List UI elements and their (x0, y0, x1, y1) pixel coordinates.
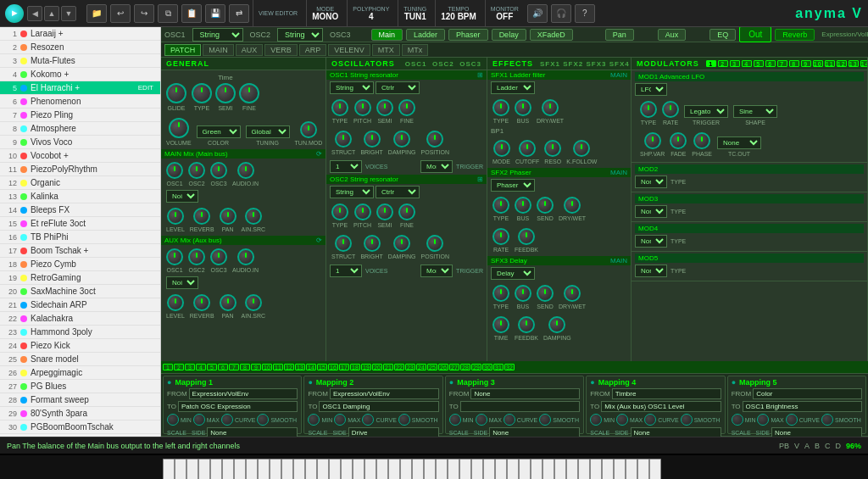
note-tick-12[interactable]: 12 (284, 364, 294, 370)
note-tick-16[interactable]: 16 (328, 364, 338, 370)
piano-white-key[interactable] (258, 459, 270, 479)
mapping-side-input[interactable] (489, 427, 580, 437)
mod1-tcout-select[interactable]: None (717, 136, 761, 149)
semi-knob[interactable] (215, 83, 236, 103)
note-tick-14[interactable]: 14 (306, 364, 316, 370)
piano-white-key[interactable] (400, 459, 412, 479)
sfx3-send-knob[interactable] (537, 285, 554, 302)
sfx1-type-dd[interactable]: Ladder (491, 81, 535, 94)
sfx3-time-knob[interactable] (492, 316, 509, 333)
sfx1-drywet-knob[interactable] (542, 99, 559, 116)
osc2-expand[interactable]: ⊞ (477, 175, 483, 183)
piano-white-key[interactable] (531, 459, 542, 479)
note-tick-5[interactable]: 5 (207, 364, 217, 370)
sfx3-type-dd[interactable]: Delay (491, 267, 535, 280)
patch-item[interactable]: 8 Atmosphere (0, 122, 160, 136)
mapping-min-knob[interactable] (590, 414, 602, 426)
aux-reverb-knob[interactable] (193, 294, 210, 311)
main-osc1-knob[interactable] (166, 162, 183, 179)
osc2-type-knob[interactable] (331, 203, 348, 220)
piano-white-key[interactable] (353, 459, 364, 479)
osc2-mono-select[interactable]: Mono (420, 265, 453, 277)
piano-white-key[interactable] (626, 459, 637, 479)
osc2-struct-knob[interactable] (335, 235, 352, 252)
piano-white-key[interactable] (329, 459, 341, 479)
piano-white-key[interactable] (649, 459, 661, 479)
piano-white-key[interactable] (483, 459, 495, 479)
osc2-fine-knob[interactable] (398, 203, 415, 220)
aux-audioin-knob[interactable] (237, 248, 254, 265)
random-btn[interactable]: ⇄ (229, 4, 249, 23)
save-btn[interactable]: 💾 (205, 4, 225, 23)
pan-btn[interactable]: Pan (605, 29, 634, 41)
aux-level-knob[interactable] (167, 294, 184, 311)
glide-knob[interactable] (166, 83, 186, 103)
osc1-expand[interactable]: ⊞ (477, 71, 483, 79)
osc1-semi-knob[interactable] (376, 99, 393, 116)
mapping-from-input[interactable] (753, 388, 862, 399)
eq-btn[interactable]: EQ (709, 29, 736, 41)
osc1-fine-knob[interactable] (398, 99, 415, 116)
tab-mtx2[interactable]: MTx (402, 44, 429, 56)
mod1-phase-knob[interactable] (693, 132, 710, 149)
note-tick-7[interactable]: 7 (229, 364, 239, 370)
mapping-min-knob[interactable] (732, 414, 743, 426)
piano-white-key[interactable] (163, 459, 175, 479)
patch-item[interactable]: 4 Kokomo + (0, 68, 160, 81)
note-tick-31[interactable]: 31 (493, 364, 504, 370)
mapping-min-knob[interactable] (308, 414, 320, 426)
patch-item[interactable]: 11 PiezoPolyRhythm (0, 163, 160, 176)
mod-tab-1[interactable]: 1 (706, 60, 716, 67)
mapping-from-input[interactable] (330, 388, 439, 399)
piano-white-key[interactable] (317, 459, 329, 479)
patch-item[interactable]: 9 Vivos Voco (0, 136, 160, 149)
main-noise-select[interactable]: NoiseOff (166, 190, 198, 203)
delay-btn[interactable]: Delay (492, 29, 526, 41)
patch-item[interactable]: 30 PGBoomBoomTschak (0, 421, 160, 434)
osc2-damp-knob[interactable] (393, 235, 410, 252)
mapping-smooth-knob[interactable] (398, 414, 410, 426)
aux-btn[interactable]: Aux (658, 29, 687, 41)
mod-tab-10[interactable]: 10 (813, 60, 823, 67)
sfx3-damp-knob[interactable] (548, 316, 565, 333)
mapping-smooth-knob[interactable] (539, 414, 551, 426)
note-tick-25[interactable]: 25 (427, 364, 437, 370)
sfx2-rate-knob[interactable] (492, 228, 509, 245)
patch-item[interactable]: 25 Snare model (0, 353, 160, 366)
undo-btn[interactable]: ↩ (110, 4, 131, 23)
note-tick-21[interactable]: 21 (383, 364, 393, 370)
main-btn[interactable]: Main (371, 29, 403, 41)
mapping-from-input[interactable] (470, 388, 580, 399)
main-pan-knob[interactable] (220, 208, 236, 225)
patch-item[interactable]: 29 80'Synth 3para (0, 407, 160, 421)
mapping-from-input[interactable] (189, 388, 298, 399)
osc2-semi-knob[interactable] (376, 203, 393, 220)
patch-item[interactable]: 1 Laraaij + (0, 27, 160, 41)
note-tick-17[interactable]: 17 (339, 364, 349, 370)
sfx3-type-knob[interactable] (492, 285, 509, 302)
tab-main[interactable]: MAIN (203, 44, 234, 56)
mapping-smooth-knob[interactable] (257, 414, 269, 426)
piano-white-key[interactable] (614, 459, 626, 479)
mod-tab-14[interactable]: 14 (860, 60, 868, 67)
mod-tab-9[interactable]: 9 (801, 60, 811, 67)
sfx2-type-dd[interactable]: Phaser (491, 179, 535, 192)
piano-white-key[interactable] (542, 459, 554, 479)
mod4-type-select[interactable]: None (635, 235, 667, 248)
note-tick-29[interactable]: 29 (471, 364, 481, 370)
patch-item[interactable]: 3 Muta-Flutes (0, 54, 160, 68)
piano-white-key[interactable] (270, 459, 281, 479)
tab-velenv[interactable]: VELENV (328, 44, 370, 56)
mapping-side-input[interactable] (348, 427, 439, 437)
sfx1-mode-knob[interactable] (493, 140, 510, 157)
piano-white-key[interactable] (198, 459, 210, 479)
main-level-knob[interactable] (167, 208, 184, 225)
mod1-fade-knob[interactable] (670, 132, 687, 149)
osc1-voices-select[interactable]: 124 (330, 160, 362, 173)
sfx1-kfollow-knob[interactable] (573, 140, 590, 157)
mod1-rate-knob[interactable] (662, 101, 679, 118)
piano-white-key[interactable] (376, 459, 388, 479)
piano-white-key[interactable] (578, 459, 590, 479)
piano-white-key[interactable] (210, 459, 222, 479)
patch-item[interactable]: 7 Piezo Pling (0, 109, 160, 122)
